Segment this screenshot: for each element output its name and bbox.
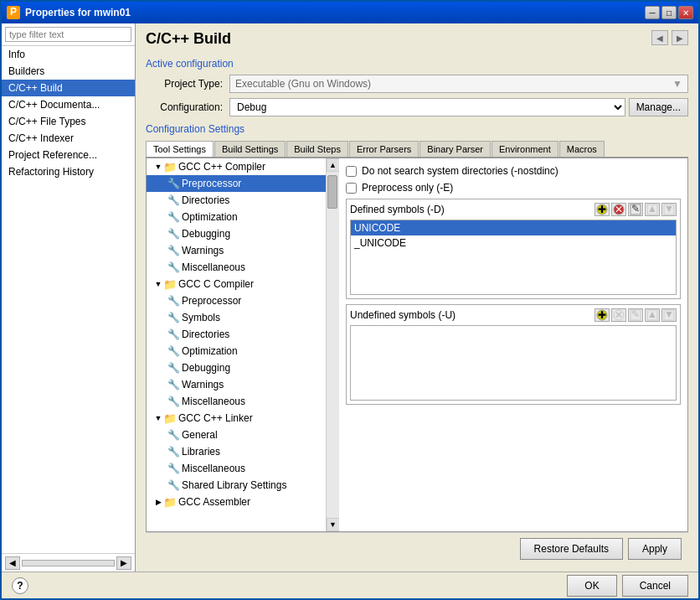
sidebar-item-cpp-build[interactable]: C/C++ Build <box>2 80 135 96</box>
svg-text:✎: ✎ <box>631 204 640 215</box>
tree-group-gcc-cpp-compiler[interactable]: ▼ 📁 GCC C++ Compiler <box>147 158 326 175</box>
svg-text:✕: ✕ <box>615 309 623 321</box>
title-bar: P Properties for mwin01 ─ □ ✕ <box>2 2 698 23</box>
tab-macros[interactable]: Macros <box>559 141 605 158</box>
minimize-button[interactable]: ─ <box>645 6 660 19</box>
sidebar-item-info[interactable]: Info <box>2 46 135 63</box>
tree-item-optimization-cpp[interactable]: 🔧 Optimization <box>147 209 326 225</box>
item-icon-debugging-c: 🔧 <box>167 361 180 375</box>
tree-item-shared-library-settings[interactable]: 🔧 Shared Library Settings <box>147 477 326 494</box>
folder-icon-gcc-linker: 📁 <box>163 411 177 425</box>
tree-group-gcc-c-compiler[interactable]: ▼ 📁 GCC C Compiler <box>147 276 326 292</box>
tab-binary-parser[interactable]: Binary Parser <box>419 141 491 158</box>
tree-item-optimization-c[interactable]: 🔧 Optimization <box>147 343 326 359</box>
defined-symbol-underscore-unicode[interactable]: _UNICODE <box>351 235 676 251</box>
defined-symbols-down-button[interactable]: ▼ <box>661 203 677 216</box>
tree-item-directories-c[interactable]: 🔧 Directories <box>147 326 326 343</box>
project-type-label: Project Type: <box>146 78 229 90</box>
defined-symbols-remove-button[interactable]: ✕ <box>611 203 626 216</box>
config-settings-label: Configuration Settings <box>146 123 688 135</box>
checkbox-preprocess-only[interactable] <box>346 183 357 194</box>
nav-forward-button[interactable]: ▶ <box>672 30 688 45</box>
tree-item-miscellaneous-linker[interactable]: 🔧 Miscellaneous <box>147 460 326 477</box>
scrollbar-track[interactable] <box>327 172 339 518</box>
nav-back-button[interactable]: ◀ <box>651 30 668 45</box>
folder-icon-gcc-assembler: 📁 <box>163 495 177 509</box>
cancel-button[interactable]: Cancel <box>622 575 688 597</box>
options-panel: Do not search system directories (-nostd… <box>339 158 687 531</box>
undefined-symbols-down-button[interactable]: ▼ <box>661 308 677 322</box>
tree-item-libraries-linker[interactable]: 🔧 Libraries <box>147 443 326 460</box>
close-button[interactable]: ✕ <box>678 6 693 19</box>
maximize-button[interactable]: □ <box>661 6 677 19</box>
sidebar-item-cpp-indexer[interactable]: C/C++ Indexer <box>2 130 135 147</box>
tree-item-directories-cpp[interactable]: 🔧 Directories <box>147 192 326 209</box>
tab-tool-settings[interactable]: Tool Settings <box>146 141 214 158</box>
apply-button[interactable]: Apply <box>628 538 682 560</box>
ok-button[interactable]: OK <box>567 575 616 597</box>
sidebar-item-cpp-file-types[interactable]: C/C++ File Types <box>2 113 135 130</box>
expand-icon-gcc-linker: ▼ <box>153 413 163 423</box>
svg-text:▼: ▼ <box>664 309 674 320</box>
sidebar-item-builders[interactable]: Builders <box>2 63 135 80</box>
svg-text:✚: ✚ <box>598 204 606 215</box>
tree-with-scrollbar: ▼ 📁 GCC C++ Compiler 🔧 Preprocessor 🔧 <box>147 158 339 531</box>
configuration-select[interactable]: Debug <box>229 98 625 116</box>
tree-item-symbols-c[interactable]: 🔧 Symbols <box>147 309 326 326</box>
page-title: C/C++ Build <box>146 30 231 48</box>
tab-environment[interactable]: Environment <box>492 141 558 158</box>
defined-symbols-up-button[interactable]: ▲ <box>645 203 660 216</box>
item-icon-optimization-cpp: 🔧 <box>167 210 180 224</box>
project-type-row: Project Type: Executable (Gnu on Windows… <box>146 75 688 93</box>
tree-scrollbar: ▲ ▼ <box>326 158 339 531</box>
defined-symbols-add-button[interactable]: ✚ <box>594 203 610 216</box>
defined-symbols-edit-button[interactable]: ✎ <box>628 203 643 216</box>
svg-text:▲: ▲ <box>647 204 657 215</box>
svg-text:▼: ▼ <box>664 204 674 215</box>
tree-item-general-linker[interactable]: 🔧 General <box>147 427 326 443</box>
footer-bar: ? OK Cancel <box>2 572 698 598</box>
scrollbar-down-button[interactable]: ▼ <box>327 518 340 531</box>
expand-icon-gcc-assembler: ▶ <box>153 497 163 507</box>
tree-item-miscellaneous-c[interactable]: 🔧 Miscellaneous <box>147 393 326 410</box>
sidebar-back-button[interactable]: ◀ <box>5 556 20 570</box>
tree-item-preprocessor-c[interactable]: 🔧 Preprocessor <box>147 292 326 309</box>
item-icon-preprocessor-c: 🔧 <box>167 294 180 308</box>
tree-item-miscellaneous-cpp[interactable]: 🔧 Miscellaneous <box>147 259 326 276</box>
tab-error-parsers[interactable]: Error Parsers <box>349 141 419 158</box>
tab-build-settings[interactable]: Build Settings <box>214 141 286 158</box>
configuration-select-wrap: Debug Manage... <box>229 98 688 116</box>
active-config-label: Active configuration <box>146 58 688 70</box>
tree-item-preprocessor-cpp[interactable]: 🔧 Preprocessor <box>147 175 326 192</box>
tree-item-warnings-c[interactable]: 🔧 Warnings <box>147 376 326 393</box>
sidebar-item-refactoring-history[interactable]: Refactoring History <box>2 163 135 180</box>
sidebar-bottom-nav: ◀ ▶ <box>2 553 135 572</box>
configuration-label: Configuration: <box>146 101 229 113</box>
sidebar-item-project-references[interactable]: Project Reference... <box>2 147 135 163</box>
undefined-symbols-up-button[interactable]: ▲ <box>645 308 660 322</box>
scrollbar-thumb[interactable] <box>327 175 337 209</box>
tree-item-warnings-cpp[interactable]: 🔧 Warnings <box>147 242 326 259</box>
checkbox-nostdinc[interactable] <box>346 166 357 177</box>
undefined-symbols-edit-button[interactable]: ✎ <box>628 308 643 322</box>
sidebar-forward-button[interactable]: ▶ <box>116 556 131 570</box>
title-bar-left: P Properties for mwin01 <box>7 6 131 19</box>
tree-item-debugging-cpp[interactable]: 🔧 Debugging <box>147 225 326 242</box>
defined-symbols-list: UNICODE _UNICODE <box>350 220 677 295</box>
tree-item-debugging-c[interactable]: 🔧 Debugging <box>147 359 326 376</box>
defined-symbol-unicode[interactable]: UNICODE <box>351 220 676 235</box>
tab-build-steps[interactable]: Build Steps <box>286 141 348 158</box>
defined-symbols-title: Defined symbols (-D) <box>350 204 445 215</box>
undefined-symbols-add-button[interactable]: ✚ <box>594 308 610 322</box>
tree-panel: ▼ 📁 GCC C++ Compiler 🔧 Preprocessor 🔧 <box>147 158 326 531</box>
tree-group-gcc-cpp-linker[interactable]: ▼ 📁 GCC C++ Linker <box>147 410 326 427</box>
sidebar-item-cpp-documenta[interactable]: C/C++ Documenta... <box>2 96 135 113</box>
title-bar-controls: ─ □ ✕ <box>645 6 693 19</box>
tree-group-gcc-assembler[interactable]: ▶ 📁 GCC Assembler <box>147 494 326 510</box>
filter-input[interactable] <box>5 27 131 42</box>
undefined-symbols-remove-button[interactable]: ✕ <box>611 308 626 322</box>
help-button[interactable]: ? <box>12 577 28 594</box>
scrollbar-up-button[interactable]: ▲ <box>327 158 340 172</box>
manage-button[interactable]: Manage... <box>629 98 688 116</box>
restore-defaults-button[interactable]: Restore Defaults <box>520 538 623 560</box>
